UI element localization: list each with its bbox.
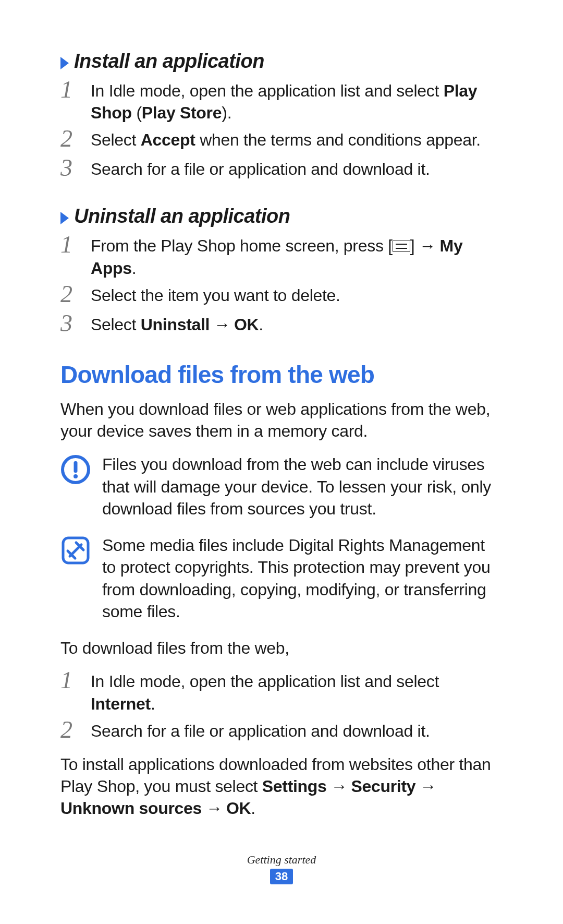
subheading-text: Install an application: [74, 50, 264, 73]
warning-note: Files you download from the web can incl…: [60, 453, 503, 520]
list-item: 2 Select Accept when the terms and condi…: [60, 129, 503, 153]
note-text: Some media files include Digital Rights …: [102, 534, 503, 622]
step-number: 1: [60, 78, 78, 102]
info-note: Some media files include Digital Rights …: [60, 534, 503, 622]
step-body: Select Uninstall → OK.: [91, 314, 503, 335]
step-body: In Idle mode, open the application list …: [91, 80, 503, 124]
list-item: 3 Select Uninstall → OK.: [60, 314, 503, 338]
step-number: 1: [60, 233, 78, 257]
intro-paragraph: When you download files or web applicati…: [60, 398, 503, 442]
list-item: 3 Search for a file or application and d…: [60, 158, 503, 182]
list-item: 1 From the Play Shop home screen, press …: [60, 235, 503, 279]
step-body: Select the item you want to delete.: [91, 284, 503, 306]
subheading-install: Install an application: [60, 50, 503, 73]
step-body: In Idle mode, open the application list …: [91, 670, 503, 714]
step-number: 3: [60, 156, 78, 180]
warning-icon: [60, 454, 91, 485]
section-title: Download files from the web: [60, 361, 503, 389]
install-steps: 1 In Idle mode, open the application lis…: [60, 80, 503, 182]
list-item: 1 In Idle mode, open the application lis…: [60, 670, 503, 714]
uninstall-steps: 1 From the Play Shop home screen, press …: [60, 235, 503, 337]
list-item: 2 Select the item you want to delete.: [60, 284, 503, 308]
step-body: Search for a file or application and dow…: [91, 720, 503, 742]
warning-text: Files you download from the web can incl…: [102, 453, 503, 520]
list-item: 2 Search for a file or application and d…: [60, 720, 503, 744]
footer-section-label: Getting started: [0, 853, 563, 867]
svg-point-2: [74, 474, 78, 478]
download-steps: 1 In Idle mode, open the application lis…: [60, 670, 503, 743]
chevron-right-icon: [60, 212, 69, 224]
page-footer: Getting started 38: [0, 853, 563, 884]
list-item: 1 In Idle mode, open the application lis…: [60, 80, 503, 124]
tail-paragraph: To install applications downloaded from …: [60, 753, 503, 820]
step-number: 1: [60, 668, 78, 692]
step-number: 2: [60, 282, 78, 306]
page-number: 38: [270, 869, 293, 884]
step-number: 2: [60, 718, 78, 742]
step-number: 2: [60, 127, 78, 151]
lead-paragraph: To download files from the web,: [60, 637, 503, 659]
step-body: Search for a file or application and dow…: [91, 158, 503, 180]
subheading-uninstall: Uninstall an application: [60, 205, 503, 227]
document-page: Install an application 1 In Idle mode, o…: [0, 0, 563, 819]
subheading-text: Uninstall an application: [74, 205, 290, 227]
note-icon: [60, 535, 91, 566]
chevron-right-icon: [60, 57, 69, 69]
step-number: 3: [60, 311, 78, 335]
menu-key-icon: [393, 241, 410, 252]
svg-rect-1: [74, 461, 78, 473]
step-body: From the Play Shop home screen, press []…: [91, 235, 503, 279]
step-body: Select Accept when the terms and conditi…: [91, 129, 503, 151]
